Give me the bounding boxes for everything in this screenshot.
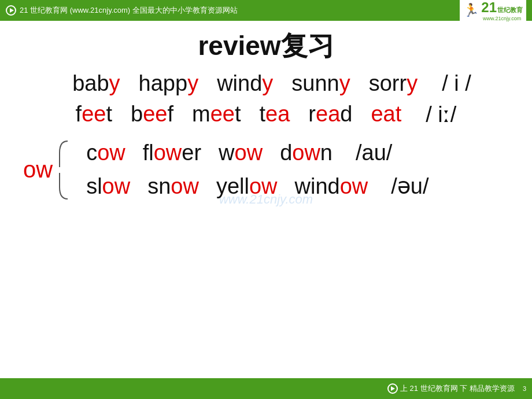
- word-meet: meet: [192, 102, 241, 127]
- word-sorry: sorry: [369, 71, 418, 96]
- play-icon-bottom[interactable]: [387, 383, 398, 394]
- top-bar-text: 21 世纪教育网 (www.21cnjy.com) 全国最大的中小学教育资源网站: [20, 5, 238, 16]
- logo-century-label: 世纪教育: [497, 6, 523, 14]
- phoneme-ow-bottom: /əu/: [391, 173, 428, 199]
- ow-row-bottom: slow snow yellow window /əu/: [86, 173, 428, 199]
- bottom-bar: 上 21 世纪教育网 下 精品教学资源 3: [0, 378, 532, 399]
- ow-row-top: cow flower wow down /au/: [86, 141, 428, 165]
- ow-label: ow: [23, 157, 53, 183]
- page-title: review复习: [23, 31, 509, 61]
- logo-21: 21: [481, 0, 497, 16]
- word-beef: beef: [131, 102, 173, 127]
- word-down: down: [280, 141, 332, 165]
- phoneme-2: / iː/: [426, 102, 456, 127]
- top-bar-left: 21 世纪教育网 (www.21cnjy.com) 全国最大的中小学教育资源网站: [6, 5, 238, 16]
- logo-box: 🏃 21 世纪教育 www.21cnjy.com: [460, 0, 526, 23]
- bracket-svg: [55, 135, 72, 205]
- top-bar-right: 🏃 21 世纪教育 www.21cnjy.com: [460, 0, 526, 23]
- word-eat: eat: [371, 102, 401, 127]
- word-row-1: baby happy windy sunny sorry / i /: [23, 71, 509, 96]
- word-read: read: [308, 102, 352, 127]
- ow-section: ow cow flower wow down /au/ slow sno: [23, 135, 509, 205]
- word-snow: snow: [147, 174, 199, 199]
- word-window: window: [295, 174, 368, 199]
- bottom-bar-content: 上 21 世纪教育网 下 精品教学资源: [387, 383, 515, 394]
- word-slow: slow: [86, 174, 130, 199]
- bottom-bar-text: 上 21 世纪教育网 下 精品教学资源: [400, 383, 515, 394]
- word-row-2: feet beef meet tea read eat / iː/: [23, 102, 509, 127]
- phoneme-1: / i /: [442, 71, 471, 96]
- word-wow: wow: [219, 141, 263, 165]
- word-yellow: yellow: [216, 174, 278, 199]
- page-number: 3: [523, 385, 526, 392]
- ow-words: cow flower wow down /au/ slow snow yello…: [86, 141, 428, 199]
- logo-figure: 🏃: [463, 3, 479, 18]
- phoneme-ow-top: /au/: [356, 141, 392, 165]
- word-cow: cow: [86, 141, 125, 165]
- play-icon-top[interactable]: [6, 5, 16, 16]
- top-bar: 21 世纪教育网 (www.21cnjy.com) 全国最大的中小学教育资源网站…: [0, 0, 532, 21]
- word-windy: windy: [217, 71, 273, 96]
- main-content: www.21cnjy.com review复习 baby happy windy…: [0, 21, 532, 378]
- word-baby: baby: [72, 71, 120, 96]
- word-happy: happy: [139, 71, 199, 96]
- ow-label-area: ow: [23, 135, 80, 205]
- word-tea: tea: [260, 102, 290, 127]
- word-flower: flower: [143, 141, 201, 165]
- word-feet: feet: [76, 102, 112, 127]
- word-sunny: sunny: [291, 71, 350, 96]
